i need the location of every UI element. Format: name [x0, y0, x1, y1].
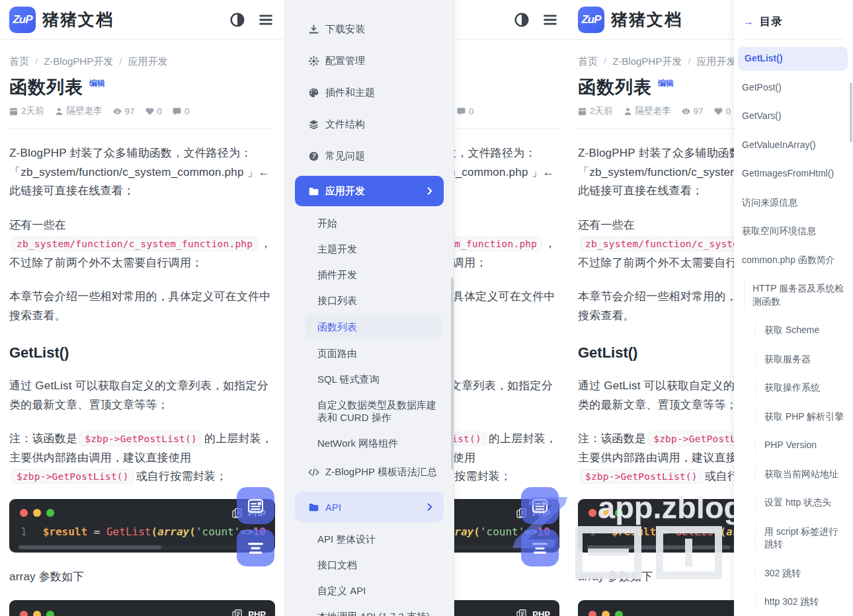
breadcrumb-zblogphp-dev[interactable]: Z-BlogPHP开发: [612, 56, 682, 68]
drawer-item-label: NetWork 网络组件: [317, 438, 398, 449]
drawer-item-label: 主题开发: [317, 243, 357, 254]
meta-views: 97: [113, 106, 135, 116]
toc-item[interactable]: 访问来源信息: [742, 196, 845, 210]
toc-item[interactable]: common.php 函数简介: [742, 254, 845, 267]
edit-link[interactable]: 编辑: [658, 79, 674, 88]
code-icon: [308, 467, 319, 478]
menu-toggle-icon[interactable]: [542, 12, 558, 28]
copy-code-icon[interactable]: [516, 609, 527, 616]
toc-item[interactable]: PHP Version: [755, 439, 845, 452]
dark-mode-toggle-icon[interactable]: [229, 12, 245, 28]
drawer-group-item[interactable]: 应用开发: [295, 176, 444, 206]
drawer-item-label: Z-BlogPHP 模板语法汇总: [325, 466, 437, 479]
toc-item[interactable]: 获取服务器: [755, 353, 845, 366]
drawer-item[interactable]: ?常见问题: [284, 140, 454, 172]
floating-actions: [237, 487, 274, 566]
code-scrollbar-thumb[interactable]: [587, 545, 730, 549]
drawer-item[interactable]: API 整体设计: [284, 526, 454, 552]
drawer-item[interactable]: 插件开发: [284, 262, 454, 288]
meta-views: 97: [682, 106, 704, 116]
drawer-item[interactable]: SQL 链式查询: [284, 366, 454, 392]
toc-item[interactable]: GetValueInArray(): [742, 139, 845, 152]
breadcrumb-app-dev[interactable]: 应用开发: [696, 56, 736, 68]
site-name: 猪猪文档: [42, 9, 114, 30]
drawer-item[interactable]: 插件和主题: [284, 77, 454, 108]
toc-item[interactable]: GetImagesFromHtml(): [742, 167, 845, 180]
window-dot-red: [589, 611, 596, 616]
logo-icon: ZuP: [578, 7, 604, 33]
user-icon: [55, 107, 63, 116]
line-number: 1: [20, 525, 27, 539]
toc-item[interactable]: 获取操作系统: [755, 381, 845, 395]
drawer-item[interactable]: 函数列表: [305, 315, 442, 339]
copy-code-icon[interactable]: [231, 609, 243, 616]
download-icon: [308, 24, 319, 35]
drawer-item[interactable]: 自定义数据类型及数据库建表和 CURD 操作: [284, 392, 454, 430]
breadcrumb-zblogphp-dev[interactable]: Z-BlogPHP开发: [44, 56, 113, 68]
breadcrumb-separator: /: [688, 56, 690, 68]
drawer-item[interactable]: 下载安装: [284, 13, 454, 45]
code-lang-label: PHP: [532, 609, 550, 616]
drawer-item[interactable]: 开始: [284, 210, 454, 236]
toc-item[interactable]: 302 跳转: [755, 567, 845, 580]
comment-icon: [173, 107, 181, 116]
outline-icon: [247, 539, 264, 557]
outline-button[interactable]: [237, 529, 274, 566]
drawer-item-label: 插件开发: [317, 269, 357, 280]
code-block-header: PHP: [9, 499, 275, 519]
drawer-item-label: 文件结构: [325, 118, 365, 131]
breadcrumb-home[interactable]: 首页: [9, 56, 29, 68]
toc-item[interactable]: 用 script 标签进行跳转: [755, 525, 845, 551]
drawer-item[interactable]: 自定义 API: [284, 578, 454, 603]
inline-code-getpostlist: $zbp->GetPostList(): [79, 432, 202, 446]
window-dot-green: [46, 611, 54, 616]
drawer-scrollbar-thumb[interactable]: [451, 278, 454, 469]
window-dot-yellow: [33, 509, 41, 517]
drawer-item[interactable]: 配置管理: [284, 45, 454, 77]
drawer-item[interactable]: 主题开发: [284, 236, 454, 262]
toc-item-active[interactable]: GetList(): [738, 47, 848, 71]
toc-item[interactable]: GetPost(): [742, 81, 845, 95]
site-logo[interactable]: ZuP 猪猪文档: [578, 7, 682, 33]
window-dot-green: [46, 509, 54, 517]
drawer-group-item[interactable]: API: [295, 492, 444, 522]
toc-item[interactable]: HTTP 服务器及系统检测函数: [744, 282, 845, 308]
toc-item[interactable]: 获取 Scheme: [755, 324, 845, 337]
edit-link[interactable]: 编辑: [89, 79, 105, 88]
meta-comments[interactable]: 0: [457, 106, 474, 116]
capture-button[interactable]: [521, 487, 559, 524]
breadcrumb-app-dev[interactable]: 应用开发: [128, 56, 167, 68]
breadcrumb: 首页 / Z-BlogPHP开发 / 应用开发: [9, 56, 275, 68]
menu-toggle-icon[interactable]: [258, 12, 274, 28]
chevron-right-icon: [425, 502, 434, 512]
capture-button[interactable]: [237, 487, 274, 524]
drawer-item[interactable]: Z-BlogPHP 模板语法汇总: [284, 456, 454, 488]
code-block-getlist: PHP 1 $result = GetList(array('count'=>1…: [9, 499, 275, 553]
section-heading-getlist: GetList(): [9, 344, 275, 362]
toc-item[interactable]: 获取 PHP 解析引擎: [755, 410, 845, 424]
drawer-item[interactable]: NetWork 网络组件: [284, 430, 454, 456]
drawer-item[interactable]: 本地调用 API (1.7.3 支持): [284, 603, 454, 616]
svg-text:?: ?: [311, 153, 315, 160]
meta-likes[interactable]: 0: [145, 106, 163, 116]
code-scrollbar-thumb[interactable]: [19, 545, 161, 549]
meta-likes[interactable]: 0: [714, 106, 731, 116]
outline-button[interactable]: [521, 529, 559, 566]
meta-comments[interactable]: 0: [173, 106, 190, 116]
doc-page: ZuP 猪猪文档 首页 / Z-BlogPHP开发 / 应用开发 函数列表编辑 …: [0, 0, 284, 616]
toc-item[interactable]: 设置 http 状态头: [755, 496, 845, 510]
drawer-item[interactable]: 文件结构: [284, 108, 454, 140]
toc-item[interactable]: http 302 跳转: [755, 596, 845, 609]
drawer-item[interactable]: 页面路由: [284, 340, 454, 366]
drawer-item[interactable]: 接口文档: [284, 552, 454, 578]
toc-item[interactable]: GetVars(): [742, 110, 845, 123]
toc-item[interactable]: 获取空间环境信息: [742, 225, 845, 238]
dark-mode-toggle-icon[interactable]: [514, 12, 530, 28]
meta-author: 隔壁老李: [55, 105, 102, 117]
drawer-item-label: 自定义 API: [317, 585, 366, 596]
toc-scrollbar-thumb[interactable]: [850, 83, 852, 142]
drawer-item[interactable]: 接口列表: [284, 288, 454, 313]
site-logo[interactable]: ZuP 猪猪文档: [9, 7, 114, 33]
breadcrumb-home[interactable]: 首页: [578, 56, 598, 68]
toc-item[interactable]: 获取当前网站地址: [755, 468, 845, 481]
